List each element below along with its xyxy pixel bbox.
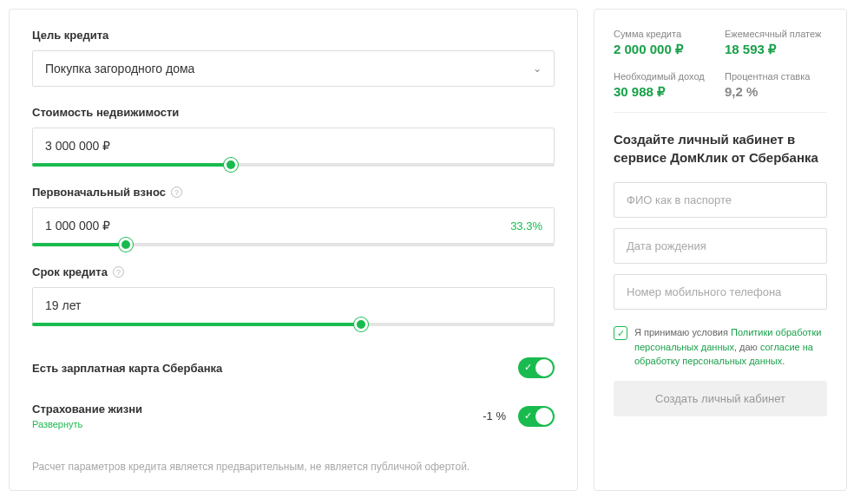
calculator-panel: Цель кредита Покупка загородного дома ⌄ …	[9, 9, 578, 491]
down-payment-percent: 33.3%	[510, 219, 542, 232]
term-value: 19 лет	[45, 298, 81, 312]
life-insurance-row: Страхование жизни Развернуть -1 % ✓	[32, 390, 555, 442]
property-cost-input[interactable]: 3 000 000 ₽	[32, 128, 555, 164]
purpose-value: Покупка загородного дома	[45, 62, 194, 75]
summary-value: 2 000 000 ₽	[614, 42, 716, 57]
property-cost-field: Стоимость недвижимости 3 000 000 ₽	[32, 106, 555, 167]
consent-text: Я принимаю условия Политики обработки пе…	[634, 325, 827, 369]
down-payment-label: Первоначальный взнос	[32, 186, 166, 199]
down-payment-slider[interactable]	[32, 243, 555, 246]
term-field: Срок кредита ? 19 лет	[32, 265, 555, 326]
summary-label: Процентная ставка	[725, 71, 827, 82]
life-insurance-delta: -1 %	[483, 409, 506, 422]
summary-value: 9,2 %	[725, 84, 827, 99]
fio-input[interactable]	[614, 182, 827, 218]
summary-income: Необходимый доход 30 988 ₽	[614, 71, 716, 100]
consent-row: ✓ Я принимаю условия Политики обработки …	[614, 325, 827, 369]
summary-grid: Сумма кредита 2 000 000 ₽ Ежемесячный пл…	[614, 29, 827, 100]
chevron-down-icon: ⌄	[533, 62, 542, 75]
summary-loan-amount: Сумма кредита 2 000 000 ₽	[614, 29, 716, 57]
salary-card-row: Есть зарплатная карта Сбербанка ✓	[32, 345, 555, 390]
slider-thumb-icon[interactable]	[354, 317, 368, 331]
create-account-button[interactable]: Создать личный кабинет	[614, 381, 827, 416]
purpose-field: Цель кредита Покупка загородного дома ⌄	[32, 29, 555, 87]
life-insurance-expand[interactable]: Развернуть	[32, 419, 142, 429]
summary-value: 18 593 ₽	[725, 42, 827, 57]
life-insurance-toggle[interactable]: ✓	[518, 406, 555, 427]
slider-thumb-icon[interactable]	[119, 238, 133, 252]
salary-card-label: Есть зарплатная карта Сбербанка	[32, 362, 222, 375]
signup-title: Создайте личный кабинет в сервисе ДомКли…	[614, 130, 827, 167]
phone-input[interactable]	[614, 274, 827, 310]
summary-label: Сумма кредита	[614, 29, 716, 39]
property-cost-slider[interactable]	[32, 163, 555, 167]
disclaimer-text: Расчет параметров кредита является предв…	[32, 461, 555, 473]
check-icon: ✓	[524, 410, 532, 422]
help-icon[interactable]: ?	[113, 266, 124, 278]
life-insurance-label: Страхование жизни	[32, 403, 142, 416]
summary-rate: Процентная ставка 9,2 %	[725, 71, 827, 100]
divider	[614, 112, 827, 113]
term-label: Срок кредита	[32, 265, 108, 278]
property-cost-label: Стоимость недвижимости	[32, 106, 179, 119]
term-input[interactable]: 19 лет	[32, 287, 555, 324]
summary-monthly: Ежемесячный платеж 18 593 ₽	[725, 29, 827, 57]
dob-input[interactable]	[614, 228, 827, 264]
down-payment-value: 1 000 000 ₽	[45, 219, 110, 232]
consent-checkbox[interactable]: ✓	[614, 326, 627, 340]
down-payment-field: Первоначальный взнос ? 1 000 000 ₽ 33.3%	[32, 186, 555, 246]
help-icon[interactable]: ?	[171, 187, 182, 198]
down-payment-input[interactable]: 1 000 000 ₽	[32, 207, 555, 244]
term-slider[interactable]	[32, 323, 555, 326]
summary-label: Необходимый доход	[614, 71, 716, 82]
summary-panel: Сумма кредита 2 000 000 ₽ Ежемесячный пл…	[594, 9, 847, 491]
summary-label: Ежемесячный платеж	[725, 29, 827, 39]
slider-thumb-icon[interactable]	[224, 158, 238, 172]
property-cost-value: 3 000 000 ₽	[45, 139, 110, 153]
purpose-select[interactable]: Покупка загородного дома ⌄	[32, 50, 555, 87]
purpose-label: Цель кредита	[32, 29, 555, 42]
summary-value: 30 988 ₽	[614, 84, 716, 100]
salary-card-toggle[interactable]: ✓	[518, 357, 555, 378]
check-icon: ✓	[524, 362, 532, 373]
